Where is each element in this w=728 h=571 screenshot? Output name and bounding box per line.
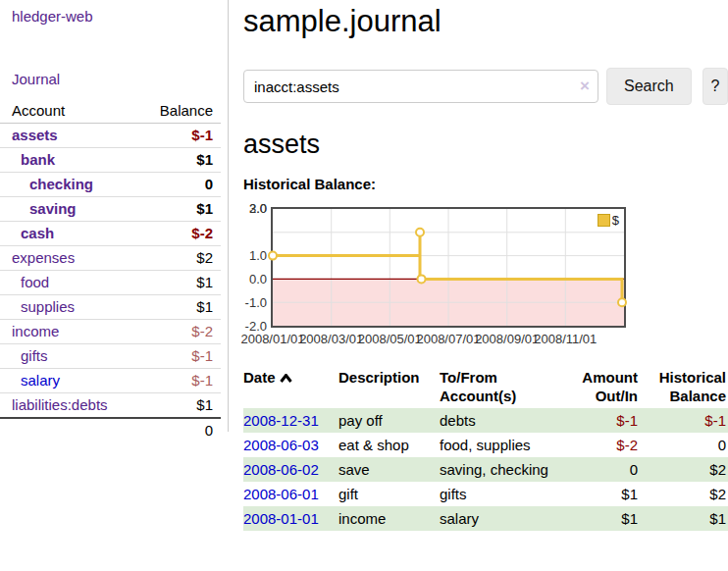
- account-link-income[interactable]: income: [12, 323, 59, 339]
- account-balance: $1: [131, 393, 221, 419]
- transaction-accounts: saving, checking: [440, 457, 557, 482]
- register-header-date[interactable]: Date: [243, 365, 338, 408]
- transaction-amount: 0: [557, 457, 640, 482]
- account-link-checking[interactable]: checking: [29, 176, 93, 192]
- account-row-checking: checking 0: [0, 173, 221, 197]
- account-row-cash: cash $-2: [0, 222, 221, 246]
- account-row-supplies: supplies $1: [0, 295, 221, 320]
- legend-label: $: [612, 213, 619, 228]
- account-balance: $1: [131, 271, 221, 295]
- account-balance: $-2: [131, 222, 221, 246]
- transaction-description: eat & shop: [338, 433, 440, 457]
- transaction-description: pay off: [338, 408, 440, 433]
- accounts-header-row: Account Balance: [0, 99, 221, 124]
- transaction-date-link[interactable]: 2008-12-31: [243, 412, 319, 429]
- account-row-gifts: gifts $-1: [0, 344, 221, 369]
- y-tick: 1.0: [243, 248, 267, 264]
- accounts-total-row: 0: [0, 418, 221, 442]
- transaction-balance: $1: [640, 506, 728, 531]
- account-balance: $-1: [131, 344, 221, 369]
- transaction-row: 2008-06-01 gift gifts $1 $2: [243, 482, 728, 506]
- transaction-accounts: gifts: [440, 482, 557, 506]
- account-balance: $2: [131, 246, 221, 271]
- account-row-liabilities-debts: liabilities:debts $1: [0, 393, 221, 419]
- account-row-salary: salary $-1: [0, 369, 221, 393]
- account-link-supplies[interactable]: supplies: [21, 298, 75, 315]
- account-row-bank: bank $1: [0, 148, 221, 173]
- help-button[interactable]: ?: [702, 68, 728, 105]
- accounts-total-value: 0: [131, 418, 221, 442]
- account-link-expenses[interactable]: expenses: [12, 249, 75, 266]
- register-header-accounts: To/FromAccount(s): [440, 365, 557, 408]
- app-brand-link[interactable]: hledger-web: [12, 8, 93, 25]
- sidebar: hledger-web Journal Account Balance asse…: [0, 0, 229, 432]
- register-header-description: Description: [338, 365, 440, 408]
- y-tick: 0.0: [243, 272, 267, 287]
- sidebar-item-journal[interactable]: Journal: [12, 71, 60, 87]
- account-row-saving: saving $1: [0, 197, 221, 222]
- transaction-date-link[interactable]: 2008-06-01: [243, 486, 319, 502]
- register-header-balance: HistoricalBalance: [640, 365, 728, 408]
- chart-plot-area[interactable]: $: [271, 207, 626, 328]
- account-link-salary[interactable]: salary: [21, 372, 60, 389]
- account-balance: $1: [131, 295, 221, 320]
- y-tick: 2.0: [243, 201, 267, 217]
- account-balance: $-1: [131, 124, 221, 148]
- account-row-income: income $-2: [0, 320, 221, 344]
- account-row-food: food $1: [0, 271, 221, 295]
- transaction-amount: $1: [557, 482, 640, 506]
- account-balance: $1: [131, 148, 221, 173]
- account-link-cash[interactable]: cash: [21, 225, 54, 241]
- transaction-row: 2008-12-31 pay off debts $-1 $-1: [243, 408, 728, 433]
- account-heading: assets: [243, 130, 728, 160]
- account-link-gifts[interactable]: gifts: [21, 347, 48, 364]
- transaction-accounts: salary: [440, 506, 557, 531]
- account-balance: $-1: [131, 369, 221, 393]
- transaction-row: 2008-06-02 save saving, checking 0 $2: [243, 457, 728, 482]
- account-balance: $-2: [131, 320, 221, 344]
- transaction-row: 2008-01-01 income salary $1 $1: [243, 506, 728, 531]
- transaction-balance: $-1: [704, 412, 726, 429]
- transaction-description: income: [338, 506, 440, 531]
- account-balance: 0: [131, 173, 221, 197]
- account-row-assets: assets $-1: [0, 124, 221, 148]
- transaction-description: save: [338, 457, 440, 482]
- main-content: sample.journal × Search ? assets Histori…: [243, 0, 728, 531]
- account-balance: $1: [131, 197, 221, 222]
- accounts-header-account: Account: [0, 99, 131, 124]
- transaction-amount: $1: [557, 506, 640, 531]
- transaction-balance: $2: [640, 482, 728, 506]
- historical-balance-chart: 3.0 2.0 1.0 0.0 -1.0 -2.0: [243, 201, 728, 350]
- clear-search-icon[interactable]: ×: [580, 77, 590, 96]
- account-link-food[interactable]: food: [21, 274, 49, 290]
- transaction-balance: 0: [640, 433, 728, 457]
- transaction-row: 2008-06-03 eat & shop food, supplies $-2…: [243, 433, 728, 457]
- search-input[interactable]: [243, 70, 598, 103]
- page-title: sample.journal: [243, 4, 728, 39]
- transaction-description: gift: [338, 482, 440, 506]
- transaction-date-link[interactable]: 2008-06-03: [243, 437, 319, 453]
- chart-title: Historical Balance:: [243, 176, 728, 192]
- register-table: Date Description To/FromAccount(s) Amoun…: [243, 365, 728, 531]
- search-bar: × Search ?: [243, 68, 728, 105]
- register-header-row: Date Description To/FromAccount(s) Amoun…: [243, 365, 728, 408]
- chart-canvas: [273, 209, 624, 326]
- account-link-saving[interactable]: saving: [29, 200, 77, 217]
- transaction-date-link[interactable]: 2008-01-01: [243, 510, 319, 527]
- transaction-amount: $-1: [616, 412, 638, 429]
- transaction-date-link[interactable]: 2008-06-02: [243, 461, 319, 478]
- account-row-expenses: expenses $2: [0, 246, 221, 271]
- legend-swatch-icon: [598, 214, 610, 227]
- account-link-assets[interactable]: assets: [12, 127, 58, 143]
- y-tick: -1.0: [243, 295, 267, 311]
- transaction-accounts: food, supplies: [440, 433, 557, 457]
- accounts-header-balance: Balance: [131, 99, 221, 124]
- search-button[interactable]: Search: [606, 68, 692, 105]
- account-link-liabilities-debts[interactable]: liabilities:debts: [12, 396, 108, 413]
- sort-asc-icon: [280, 368, 292, 387]
- account-link-bank[interactable]: bank: [21, 151, 55, 168]
- x-tick: 2008/11/01: [530, 332, 600, 346]
- transaction-amount: $-2: [616, 437, 638, 453]
- chart-legend: $: [598, 213, 619, 228]
- register-header-amount: AmountOut/In: [557, 365, 640, 408]
